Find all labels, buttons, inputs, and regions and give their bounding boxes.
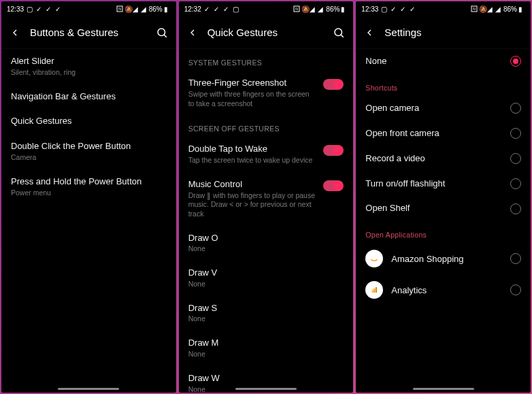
status-time: 12:32 <box>184 5 201 13</box>
item-title: Record a video <box>365 153 503 165</box>
item-title: Draw M <box>188 338 344 349</box>
screen-buttons-gestures: 12:33 ▢ ✓ ✓ ✓ N 🔕 ◢ ◢ 86% ▮ Buttons & Ge… <box>1 1 176 393</box>
nfc-icon: N <box>293 5 300 12</box>
item-three-finger-screenshot[interactable]: Three-Finger ScreenshotSwipe with three … <box>179 71 354 115</box>
image-icon: ▢ <box>233 5 239 12</box>
status-bar: 12:33 ▢ ✓ ✓ ✓ N 🔕 ◢ ◢ 86% ▮ <box>1 1 176 16</box>
check-icon: ✓ <box>36 5 43 12</box>
item-title: Press and Hold the Power Button <box>11 176 167 188</box>
item-draw-s[interactable]: Draw SNone <box>179 296 354 331</box>
app-label: Amazon Shopping <box>391 254 502 264</box>
wifi-icon: ◢ <box>133 5 139 12</box>
app-label: Analytics <box>391 285 502 295</box>
item-draw-m[interactable]: Draw MNone <box>179 331 354 366</box>
back-icon[interactable] <box>10 27 20 38</box>
app-icon <box>365 281 383 299</box>
wifi-icon: ◢ <box>310 5 316 12</box>
battery-percent: 86% <box>503 5 517 13</box>
status-time: 12:33 <box>361 5 378 13</box>
check-icon: ✓ <box>223 5 230 12</box>
item-title: Quick Gestures <box>11 116 167 127</box>
svg-text:N: N <box>473 7 476 11</box>
image-icon: ▢ <box>27 5 33 12</box>
search-icon[interactable] <box>333 27 345 39</box>
svg-text:N: N <box>296 7 299 11</box>
item-title: Draw O <box>188 233 344 244</box>
radio[interactable] <box>510 103 521 114</box>
item-title: Draw V <box>188 267 344 279</box>
mute-icon: 🔕 <box>124 5 131 12</box>
item-sub: None <box>188 280 344 289</box>
item-title: Alert Slider <box>11 56 167 67</box>
item-title: Open Shelf <box>365 203 503 214</box>
item-hold-power[interactable]: Press and Hold the Power ButtonPower men… <box>1 169 176 205</box>
item-sub: Draw ‖ with two fingers to play or pause… <box>188 191 317 219</box>
check-icon: ✓ <box>410 5 416 12</box>
signal-icon: ◢ <box>318 5 325 12</box>
item-open-camera[interactable]: Open camera <box>356 96 531 121</box>
toggle-switch[interactable] <box>323 145 344 156</box>
battery-percent: 86% <box>149 5 163 13</box>
screen-quick-gestures: 12:32 ✓ ✓ ✓ ▢ N 🔕 ◢ ◢ 86% ▮ Quick Gestur… <box>179 1 354 393</box>
content: None Shortcuts Open camera Open front ca… <box>356 49 531 393</box>
nav-handle[interactable] <box>58 388 119 390</box>
nfc-icon: N <box>116 5 123 12</box>
nav-handle[interactable] <box>413 388 474 390</box>
nav-handle[interactable] <box>235 388 297 390</box>
item-title: Double Tap to Wake <box>188 144 317 155</box>
page-title: Quick Gestures <box>207 27 324 38</box>
radio[interactable] <box>510 178 521 189</box>
wifi-icon: ◢ <box>487 5 494 12</box>
item-double-tap-wake[interactable]: Double Tap to WakeTap the screen twice t… <box>179 137 354 172</box>
item-sub: Power menu <box>11 188 167 198</box>
section-screen-off-gestures: SCREEN OFF GESTURES <box>179 115 354 137</box>
item-sub: Camera <box>11 153 167 163</box>
item-flashlight[interactable]: Turn on/off flashlight <box>356 171 531 197</box>
nfc-icon: N <box>471 5 478 12</box>
item-sub: None <box>188 244 344 254</box>
item-draw-v[interactable]: Draw VNone <box>179 261 354 296</box>
item-alert-slider[interactable]: Alert SliderSilent, vibration, ring <box>1 49 176 84</box>
item-title: Music Control <box>188 179 317 191</box>
svg-point-6 <box>335 29 342 36</box>
check-icon: ✓ <box>55 5 62 12</box>
item-quick-gestures[interactable]: Quick Gestures <box>1 109 176 134</box>
back-icon[interactable] <box>187 27 198 38</box>
item-title: Turn on/off flashlight <box>365 178 503 190</box>
battery-icon: ▮ <box>341 5 348 12</box>
check-icon: ✓ <box>400 5 407 12</box>
item-title: Draw W <box>188 373 344 384</box>
content: SYSTEM GESTURES Three-Finger ScreenshotS… <box>179 49 354 393</box>
back-icon[interactable] <box>364 27 375 38</box>
radio-selected[interactable] <box>510 56 521 67</box>
radio[interactable] <box>510 153 521 164</box>
item-title: Draw S <box>188 303 344 314</box>
item-open-shelf[interactable]: Open Shelf <box>356 196 531 221</box>
item-title: Open front camera <box>365 128 503 139</box>
radio[interactable] <box>510 203 521 214</box>
image-icon: ▢ <box>381 5 388 12</box>
item-nav-bar[interactable]: Navigation Bar & Gestures <box>1 84 176 110</box>
title-bar: Buttons & Gestures <box>1 16 176 49</box>
item-draw-o[interactable]: Draw ONone <box>179 226 354 261</box>
item-music-control[interactable]: Music ControlDraw ‖ with two fingers to … <box>179 172 354 226</box>
item-none[interactable]: None <box>356 49 531 74</box>
radio[interactable] <box>510 284 521 295</box>
status-bar: 12:33 ▢ ✓ ✓ ✓ N 🔕 ◢ ◢ 86% ▮ <box>356 1 531 16</box>
toggle-switch[interactable] <box>323 180 344 191</box>
search-icon[interactable] <box>156 27 168 39</box>
check-icon: ✓ <box>390 5 397 12</box>
item-open-front-camera[interactable]: Open front camera <box>356 121 531 146</box>
radio[interactable] <box>510 253 521 264</box>
radio[interactable] <box>510 128 521 139</box>
item-sub: Tap the screen twice to wake up device <box>188 156 317 165</box>
section-shortcuts: Shortcuts <box>356 74 531 96</box>
app-analytics[interactable]: Analytics <box>356 274 531 306</box>
status-bar: 12:32 ✓ ✓ ✓ ▢ N 🔕 ◢ ◢ 86% ▮ <box>179 1 354 16</box>
item-record-video[interactable]: Record a video <box>356 146 531 171</box>
item-double-click-power[interactable]: Double Click the Power ButtonCamera <box>1 134 176 169</box>
signal-icon: ◢ <box>141 5 148 12</box>
app-amazon[interactable]: Amazon Shopping <box>356 243 531 274</box>
svg-rect-12 <box>372 290 373 293</box>
toggle-switch[interactable] <box>323 79 344 90</box>
